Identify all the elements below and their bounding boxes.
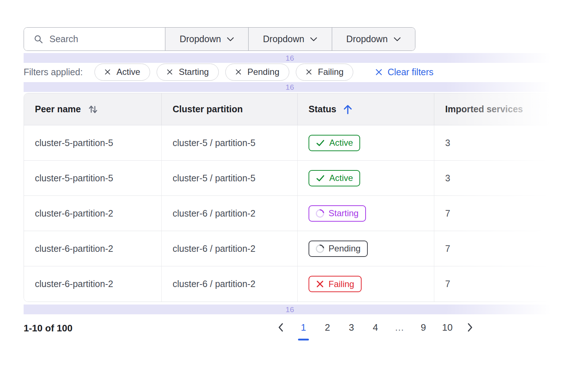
table-row[interactable]: cluster-5-partition-5 cluster-5 / partit… <box>24 125 556 161</box>
page-button-9[interactable]: 9 <box>415 319 432 340</box>
current-page-underline <box>298 339 309 340</box>
filters-applied-label: Filters applied: <box>24 67 83 77</box>
status-badge: Active <box>309 170 360 186</box>
current-page-underline <box>322 339 333 340</box>
dropdown-button-2[interactable]: Dropdown <box>248 28 331 51</box>
filter-toolbar: Search Dropdown Dropdown Dropdown <box>24 27 415 51</box>
page-button-3[interactable]: 3 <box>343 319 360 340</box>
dropdown-button-3[interactable]: Dropdown <box>332 28 415 51</box>
status-icon <box>316 209 324 218</box>
table-row[interactable]: cluster-6-partition-2 cluster-6 / partit… <box>24 231 556 266</box>
next-page-button[interactable] <box>463 319 478 333</box>
spacing-marker-label: 16 <box>286 54 294 62</box>
clear-filters-button[interactable]: Clear filters <box>375 67 433 77</box>
table-header-row: Peer name Cluster partition Status <box>24 93 556 125</box>
search-input[interactable]: Search <box>24 28 165 51</box>
table-row[interactable]: cluster-5-partition-5 cluster-5 / partit… <box>24 161 556 196</box>
cluster-partition-cell: cluster-5 / partition-5 <box>161 125 297 160</box>
chevron-down-icon <box>227 37 234 42</box>
status-cell: Pending <box>297 231 434 266</box>
imported-services-cell: 7 <box>434 266 556 302</box>
spacing-marker-label: 16 <box>286 83 294 92</box>
current-page-underline <box>394 339 405 340</box>
cluster-partition-cell: cluster-5 / partition-5 <box>161 161 297 195</box>
status-cell: Failing <box>297 266 434 302</box>
current-page-underline <box>346 339 357 340</box>
status-cell: Starting <box>297 196 434 231</box>
page-button-4[interactable]: 4 <box>367 319 384 340</box>
current-page-underline <box>442 339 453 340</box>
cluster-partition-cell: cluster-6 / partition-2 <box>161 196 297 231</box>
status-badge: Active <box>309 135 360 151</box>
dropdown-label: Dropdown <box>263 34 305 44</box>
dismiss-icon <box>166 69 173 75</box>
table-row[interactable]: cluster-6-partition-2 cluster-6 / partit… <box>24 196 556 231</box>
peers-table-page: Search Dropdown Dropdown Dropdown 16 Fil… <box>0 0 588 367</box>
cluster-partition-cell: cluster-6 / partition-2 <box>161 266 297 302</box>
peer-name-cell: cluster-5-partition-5 <box>24 125 161 160</box>
imported-services-cell: 7 <box>434 196 556 231</box>
chevron-down-icon <box>310 37 317 42</box>
page-button-2[interactable]: 2 <box>319 319 336 340</box>
status-icon <box>316 280 324 288</box>
status-icon <box>316 174 325 183</box>
peers-table: Peer name Cluster partition Status <box>24 93 556 302</box>
filter-chip-failing[interactable]: Failing <box>296 64 354 81</box>
cluster-partition-cell: cluster-6 / partition-2 <box>161 231 297 266</box>
applied-filters-row: Filters applied: Active Starting Pending… <box>24 63 434 81</box>
clear-x-icon <box>375 68 383 76</box>
filter-chip-pending[interactable]: Pending <box>225 64 289 81</box>
imported-services-cell: 3 <box>434 161 556 195</box>
pager: 1234…910 <box>273 319 478 340</box>
spinner-icon <box>314 207 326 219</box>
column-header-imported-services[interactable]: Imported services <box>434 93 556 125</box>
search-placeholder: Search <box>49 34 78 44</box>
page-button-1[interactable]: 1 <box>295 319 312 340</box>
chevron-down-icon <box>394 37 401 42</box>
dismiss-icon <box>235 69 242 75</box>
spacing-marker-16: 16 <box>24 53 556 63</box>
pagination-bar: 1-10 of 100 1234…910 <box>0 319 588 344</box>
page-button-10[interactable]: 10 <box>439 319 456 340</box>
imported-services-cell: 7 <box>434 231 556 266</box>
peer-name-cell: cluster-6-partition-2 <box>24 231 161 266</box>
current-page-underline <box>418 339 429 340</box>
dismiss-icon <box>306 69 312 75</box>
column-header-status[interactable]: Status <box>297 93 434 125</box>
current-page-underline <box>370 339 381 340</box>
spacing-marker-16: 16 <box>24 305 556 314</box>
search-icon <box>33 34 44 44</box>
status-cell: Active <box>297 125 434 160</box>
status-badge: Failing <box>309 276 362 292</box>
dismiss-icon <box>104 69 111 75</box>
table-body: cluster-5-partition-5 cluster-5 / partit… <box>24 125 556 302</box>
dropdown-label: Dropdown <box>346 34 388 44</box>
status-badge: Starting <box>309 205 366 222</box>
peer-name-cell: cluster-6-partition-2 <box>24 196 161 231</box>
table-row[interactable]: cluster-6-partition-2 cluster-6 / partit… <box>24 266 556 302</box>
status-badge: Pending <box>309 241 368 257</box>
pagination-summary: 1-10 of 100 <box>24 323 72 334</box>
previous-page-button[interactable] <box>273 319 288 333</box>
spacing-marker-16: 16 <box>24 82 556 92</box>
status-icon <box>316 138 325 148</box>
sort-ascending-arrow-icon <box>343 104 353 115</box>
imported-services-cell: 3 <box>434 125 556 160</box>
column-header-peer-name[interactable]: Peer name <box>24 93 161 125</box>
peer-name-cell: cluster-5-partition-5 <box>24 161 161 195</box>
column-header-cluster-partition[interactable]: Cluster partition <box>161 93 297 125</box>
sort-arrows-icon <box>87 104 99 115</box>
dropdown-button-1[interactable]: Dropdown <box>165 28 248 51</box>
spinner-icon <box>314 243 326 254</box>
spacing-marker-label: 16 <box>286 305 294 314</box>
status-icon <box>316 245 324 253</box>
filter-chip-starting[interactable]: Starting <box>157 64 219 81</box>
status-cell: Active <box>297 161 434 195</box>
peer-name-cell: cluster-6-partition-2 <box>24 266 161 302</box>
dropdown-label: Dropdown <box>180 34 221 44</box>
pager-ellipsis: … <box>391 319 408 340</box>
filter-chip-active[interactable]: Active <box>94 64 150 81</box>
